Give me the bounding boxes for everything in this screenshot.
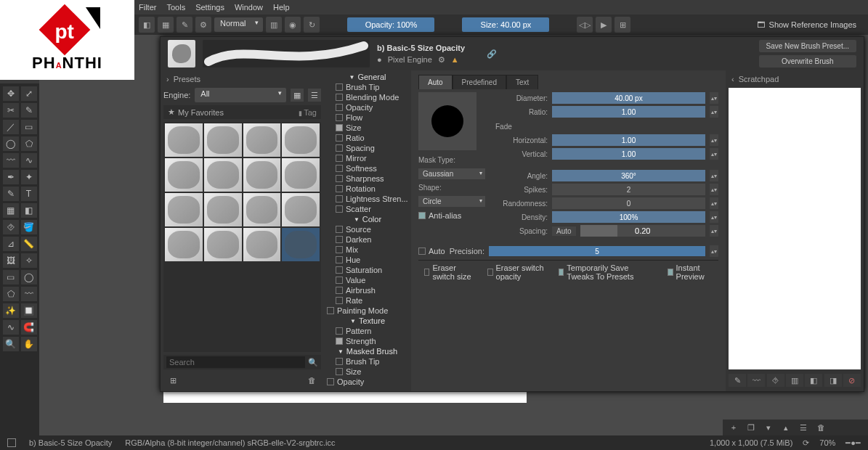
spinner-icon[interactable]: ▴▾ — [710, 106, 718, 118]
scratch-fill-icon[interactable]: ◧ — [805, 374, 822, 387]
gradient-icon[interactable]: ◧ — [139, 17, 155, 33]
presets-header[interactable]: Presets — [174, 75, 200, 83]
spinner-icon[interactable]: ▴▾ — [710, 184, 718, 195]
tree-checkbox[interactable] — [336, 327, 343, 335]
text-tool[interactable]: T — [21, 187, 37, 201]
randomness-slider[interactable]: 0 — [552, 197, 705, 209]
precision-slider[interactable]: 5 — [489, 246, 705, 256]
preset-item[interactable] — [165, 158, 203, 192]
blend-mode-dropdown[interactable]: Normal — [214, 17, 263, 32]
spinner-icon[interactable]: ▴▾ — [710, 211, 718, 223]
tree-checkbox[interactable] — [336, 277, 343, 284]
picker-tool[interactable]: ⯑ — [3, 220, 19, 234]
transform-tool[interactable]: ⤢ — [21, 86, 37, 101]
link-icon[interactable]: 🔗 — [487, 49, 497, 59]
spinner-icon[interactable]: ▴▾ — [710, 197, 718, 209]
tree-checkbox[interactable] — [336, 155, 343, 162]
engine-dropdown[interactable]: All — [195, 88, 286, 102]
scratch-brush-icon[interactable]: ✎ — [729, 374, 746, 387]
status-angle-icon[interactable]: ⟳ — [803, 438, 809, 448]
diameter-slider[interactable]: 40.00 px — [552, 92, 705, 104]
tree-item[interactable]: Rate — [324, 295, 411, 306]
move-tool[interactable]: ✥ — [3, 86, 19, 101]
polygon-tool[interactable]: ⬠ — [21, 136, 37, 151]
settings-icon[interactable]: ⚙ — [438, 55, 445, 65]
tree-item[interactable]: Value — [324, 275, 411, 285]
scratch-clear-icon[interactable]: ⊘ — [843, 374, 861, 387]
dyna-tool[interactable]: ✒ — [3, 170, 19, 184]
spinner-icon[interactable]: ▴▾ — [710, 225, 718, 237]
pan-tool[interactable]: ✋ — [21, 337, 37, 351]
spacing-auto-toggle[interactable]: Auto — [552, 226, 576, 236]
tree-checkbox[interactable] — [336, 114, 343, 121]
preset-item[interactable] — [165, 193, 203, 226]
spikes-slider[interactable]: 2 — [552, 184, 705, 195]
mirror-h-icon[interactable]: ◁▷ — [577, 17, 593, 33]
bezier-tool[interactable]: ∿ — [21, 153, 37, 168]
tree-checkbox[interactable] — [336, 266, 343, 274]
tree-checkbox[interactable] — [336, 205, 343, 213]
down-icon[interactable]: ▾ — [762, 422, 775, 433]
tree-checkbox[interactable] — [336, 368, 343, 375]
menu-settings[interactable]: Settings — [195, 3, 224, 12]
tree-item[interactable]: Hue — [324, 255, 411, 265]
tree-checkbox[interactable] — [336, 195, 343, 202]
vertical-slider[interactable]: 1.00 — [552, 148, 705, 160]
brush-settings-icon[interactable]: ⚙ — [195, 17, 211, 33]
favorites-row[interactable]: My Favorites ▮ Tag — [163, 105, 321, 119]
preset-item[interactable] — [282, 193, 320, 226]
tree-checkbox[interactable] — [336, 358, 343, 365]
tree-item[interactable]: Saturation — [324, 265, 411, 275]
zoom-value[interactable]: 70% — [819, 438, 835, 447]
pattern-icon[interactable]: ▦ — [158, 17, 174, 33]
tree-item[interactable]: Scatter — [324, 204, 411, 214]
select-poly-tool[interactable]: ⬠ — [3, 287, 19, 301]
tree-item[interactable]: Opacity — [324, 102, 411, 112]
instant-preview-checkbox[interactable] — [668, 269, 673, 276]
preset-item[interactable] — [243, 193, 281, 226]
tree-item[interactable]: Pattern — [324, 326, 411, 336]
tree-item[interactable]: Strength — [324, 336, 411, 346]
scratchpad-canvas[interactable] — [729, 88, 861, 369]
tree-category[interactable]: ▼Masked Brush — [324, 346, 411, 356]
select-circ-tool[interactable]: ◯ — [21, 270, 37, 285]
tree-checkbox[interactable] — [336, 246, 343, 253]
tree-checkbox[interactable] — [336, 124, 343, 131]
size-slider[interactable]: Size: 40.00 px — [462, 17, 549, 32]
tree-item[interactable]: Softness — [324, 163, 411, 173]
tree-checkbox[interactable] — [336, 338, 343, 345]
freehand-tool[interactable]: ✎ — [21, 103, 37, 118]
reference-images-button[interactable]: 🗔 Show Reference Images — [750, 20, 864, 29]
tree-item[interactable]: Mix — [324, 245, 411, 255]
edit-tool[interactable]: ✎ — [3, 187, 19, 201]
assist-tool[interactable]: ⊿ — [3, 237, 19, 251]
angle-slider[interactable]: 360° — [552, 170, 705, 181]
tree-item[interactable]: Rotation — [324, 184, 411, 194]
tree-item[interactable]: Ratio — [324, 133, 411, 143]
menu-help[interactable]: Help — [273, 3, 290, 12]
ratio-slider[interactable]: 1.00 — [552, 106, 705, 118]
preset-item[interactable] — [204, 228, 242, 261]
scratch-gradient-icon[interactable]: ◨ — [824, 374, 842, 387]
tree-checkbox[interactable] — [336, 175, 343, 182]
tree-checkbox[interactable] — [336, 165, 343, 172]
zoom-slider-icon[interactable]: ━●━ — [845, 438, 861, 448]
reload-icon[interactable]: ↻ — [304, 17, 320, 33]
tree-checkbox[interactable] — [336, 94, 343, 101]
tree-item[interactable]: Blending Mode — [324, 92, 411, 102]
tree-item[interactable]: Source — [324, 224, 411, 234]
ellipse-tool[interactable]: ◯ — [3, 136, 19, 151]
tree-checkbox[interactable] — [336, 287, 343, 294]
precision-auto-checkbox[interactable] — [418, 248, 426, 255]
preset-item[interactable] — [282, 158, 320, 192]
select-rect-tool[interactable]: ▭ — [3, 270, 19, 285]
mask-dropdown[interactable]: Gaussian — [418, 168, 485, 179]
tree-checkbox[interactable] — [336, 297, 343, 304]
tree-item[interactable]: Spacing — [324, 143, 411, 153]
line-tool[interactable]: ／ — [3, 120, 19, 134]
tree-checkbox[interactable] — [327, 307, 334, 314]
scratch-layers-icon[interactable]: ▥ — [786, 374, 803, 387]
pattern-tool[interactable]: ▦ — [3, 203, 19, 218]
tree-item[interactable]: Brush Tip — [324, 82, 411, 92]
tree-checkbox[interactable] — [327, 378, 334, 385]
